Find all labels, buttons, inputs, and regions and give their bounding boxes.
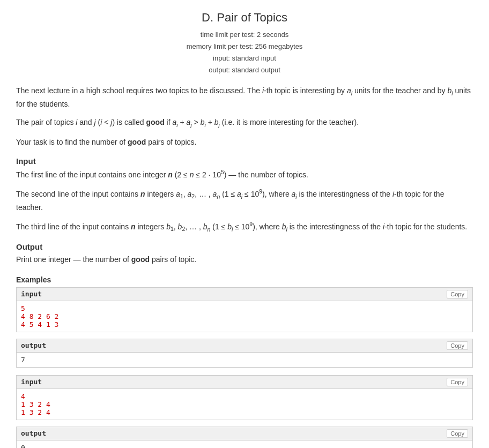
input-type: input: standard input — [16, 53, 473, 64]
example-2-input-label: input — [21, 378, 42, 386]
input-description-2: The second line of the input contains n … — [16, 187, 473, 213]
input-section-title: Input — [16, 156, 473, 166]
example-pair-2: input Copy 41 3 2 41 3 2 4 output Copy 0 — [16, 375, 473, 448]
input-description-1: The first line of the input contains one… — [16, 168, 473, 181]
meta-info: time limit per test: 2 seconds memory li… — [16, 29, 473, 76]
example-2-output-copy-button[interactable]: Copy — [447, 429, 468, 438]
memory-limit: memory limit per test: 256 megabytes — [16, 41, 473, 53]
example-1-output-copy-button[interactable]: Copy — [447, 341, 468, 350]
example-pair-1: input Copy 54 8 2 6 24 5 4 1 3 output Co… — [16, 287, 473, 368]
example-2-input-content: 41 3 2 41 3 2 4 — [17, 389, 472, 420]
example-1-output-label: output — [21, 341, 46, 349]
example-2-output-label: output — [21, 429, 46, 437]
example-1-input-block: input Copy 54 8 2 6 24 5 4 1 3 — [16, 287, 473, 332]
output-type: output: standard output — [16, 64, 473, 76]
example-2-output-header: output Copy — [17, 427, 472, 440]
example-2-input-copy-button[interactable]: Copy — [447, 378, 468, 386]
example-1-output-block: output Copy 7 — [16, 339, 473, 368]
examples-title: Examples — [16, 275, 473, 284]
example-1-output-header: output Copy — [17, 339, 472, 353]
example-2-input-header: input Copy — [17, 376, 472, 389]
time-limit: time limit per test: 2 seconds — [16, 29, 473, 41]
output-section-title: Output — [16, 242, 473, 251]
example-2-input-block: input Copy 41 3 2 41 3 2 4 — [16, 375, 473, 420]
input-description-3: The third line of the input contains n i… — [16, 220, 473, 234]
example-1-input-label: input — [21, 290, 42, 298]
example-1-input-copy-button[interactable]: Copy — [447, 290, 468, 298]
problem-statement-1: The next lecture in a high school requir… — [16, 85, 473, 110]
example-2-output-content: 0 — [17, 440, 472, 448]
problem-statement-2: The pair of topics i and j (i < j) is ca… — [16, 116, 473, 130]
page-title: D. Pair of Topics — [16, 11, 473, 25]
problem-statement-3: Your task is to find the number of good … — [16, 136, 473, 148]
example-1-input-header: input Copy — [17, 288, 472, 301]
example-2-output-block: output Copy 0 — [16, 427, 473, 448]
example-1-output-content: 7 — [17, 353, 472, 367]
example-1-input-content: 54 8 2 6 24 5 4 1 3 — [17, 301, 472, 332]
output-description: Print one integer — the number of good p… — [16, 253, 473, 265]
